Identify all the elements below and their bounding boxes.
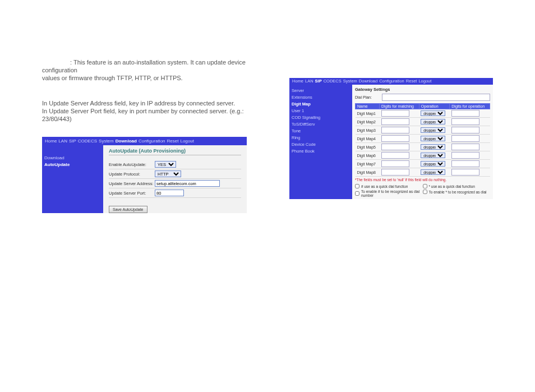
dm-match-input[interactable]: [381, 110, 409, 117]
dialplan-label: Dial Plan:: [355, 95, 382, 99]
nav-item-lan[interactable]: LAN: [305, 79, 313, 84]
dm-match-input[interactable]: [381, 118, 409, 125]
dm-name: Digit Map7: [356, 160, 380, 168]
gateway-title: Gateway Settings: [355, 87, 490, 92]
dm-match-input[interactable]: [381, 152, 409, 159]
sidebar-item-server[interactable]: Server: [292, 88, 350, 93]
dm-name: Digit Map1: [356, 109, 380, 118]
nav-item-reset[interactable]: Reset: [406, 79, 417, 84]
nav-item-download[interactable]: Download: [359, 79, 377, 84]
enable-select[interactable]: YESNO: [155, 161, 176, 168]
dm-name: Digit Map8: [356, 168, 380, 177]
nav-item-home[interactable]: Home: [45, 139, 57, 144]
nav-item-configuration[interactable]: Configuration: [139, 139, 165, 144]
dm-opdigits-input[interactable]: [451, 118, 479, 125]
dm-op-select[interactable]: droppedadded: [421, 169, 445, 175]
check-4[interactable]: To enable * to be recognized as dial: [423, 190, 491, 194]
nav-item-sip[interactable]: SIP: [69, 139, 76, 144]
right-sidebar: ServerExtensionsDigit MapUser 1COD Signa…: [289, 85, 352, 199]
sidebar-item-download[interactable]: Download: [44, 155, 100, 160]
dm-match-input[interactable]: [381, 160, 409, 167]
table-row: Digit Map1droppedadded: [356, 109, 490, 118]
intro-p3: In Update Server Port field, key in port…: [42, 108, 250, 123]
dm-op-select[interactable]: droppedadded: [421, 153, 445, 158]
dm-opdigits-input[interactable]: [451, 152, 479, 159]
th-op: Operation: [419, 104, 449, 109]
nav-item-home[interactable]: Home: [292, 79, 303, 84]
sidebar-item-phone-book[interactable]: Phone Book: [292, 149, 350, 154]
autoupdate-title: AutoUpdate (Auto Provisioning): [109, 148, 241, 155]
dialplan-input[interactable]: [382, 94, 490, 101]
sidebar-item-cod-signalling[interactable]: COD Signalling: [292, 115, 350, 120]
nav-item-lan[interactable]: LAN: [58, 139, 67, 144]
checks-row: # use as a quick dial function To enable…: [355, 184, 490, 199]
right-content: Gateway Settings Dial Plan: Name Digits …: [352, 85, 493, 199]
addr-label: Update Server Address:: [109, 181, 155, 186]
dm-op-select[interactable]: droppedadded: [421, 144, 445, 150]
left-navbar: HomeLANSIPCODECSSystemDownloadConfigurat…: [42, 137, 247, 145]
dm-opdigits-input[interactable]: [451, 127, 479, 133]
dm-op-select[interactable]: droppedadded: [421, 136, 445, 141]
dm-match-input[interactable]: [381, 135, 409, 142]
sidebar-item-tos-diffserv[interactable]: ToS/DiffServ: [292, 122, 350, 127]
nav-item-sip[interactable]: SIP: [315, 79, 322, 84]
nav-item-codecs[interactable]: CODECS: [324, 79, 342, 84]
dm-op-select[interactable]: droppedadded: [421, 127, 445, 133]
sidebar-item-autoupdate[interactable]: AutoUpdate: [44, 162, 100, 167]
dm-opdigits-input[interactable]: [451, 110, 479, 117]
dm-name: Digit Map3: [356, 126, 380, 135]
table-row: Digit Map3droppedadded: [356, 126, 490, 135]
nav-item-download[interactable]: Download: [116, 139, 137, 144]
dm-name: Digit Map4: [356, 135, 380, 143]
right-navbar: HomeLANSIPCODECSSystemDownloadConfigurat…: [289, 78, 493, 85]
protocol-select[interactable]: HTTPHTTPSTFTP: [155, 170, 181, 177]
nav-item-system[interactable]: System: [99, 139, 114, 144]
addr-input[interactable]: [155, 180, 220, 187]
enable-label: Enable AutoUpdate:: [109, 162, 155, 167]
intro-p2: In Update Server Address field, key in I…: [42, 100, 250, 108]
nav-item-configuration[interactable]: Configuration: [379, 79, 404, 84]
check-2[interactable]: * use as a quick dial function: [423, 184, 491, 188]
dm-match-input[interactable]: [381, 144, 409, 150]
table-row: Digit Map7droppedadded: [356, 160, 490, 168]
intro-p1a: : This feature is an auto-installation s…: [42, 59, 246, 73]
sidebar-item-extensions[interactable]: Extensions: [292, 95, 350, 100]
dm-name: Digit Map5: [356, 143, 380, 151]
left-sidebar: DownloadAutoUpdate: [42, 145, 103, 213]
intro-text: : This feature is an auto-installation s…: [42, 59, 250, 123]
dm-match-input[interactable]: [381, 127, 409, 133]
dm-match-input[interactable]: [381, 169, 409, 176]
nav-item-logout[interactable]: Logout: [180, 139, 193, 144]
table-row: Digit Map4droppedadded: [356, 135, 490, 143]
sidebar-item-user-1[interactable]: User 1: [292, 108, 350, 113]
th-match: Digits for matching: [380, 104, 419, 109]
dm-opdigits-input[interactable]: [451, 135, 479, 142]
port-input[interactable]: [155, 190, 184, 196]
sidebar-item-ring[interactable]: Ring: [292, 135, 350, 140]
intro-p1b: values or firmware through TFTP, HTTP, o…: [42, 75, 183, 81]
digitmap-panel: HomeLANSIPCODECSSystemDownloadConfigurat…: [289, 78, 493, 199]
sidebar-item-digit-map[interactable]: Digit Map: [292, 102, 350, 107]
dm-name: Digit Map2: [356, 118, 380, 126]
nav-item-reset[interactable]: Reset: [167, 139, 179, 144]
dm-op-select[interactable]: droppedadded: [421, 110, 445, 116]
save-autoupdate-button[interactable]: Save AutoUpdate: [109, 206, 147, 213]
sidebar-item-device-code[interactable]: Device Code: [292, 142, 350, 147]
port-label: Update Server Port:: [109, 191, 155, 196]
check-3[interactable]: To enable # to be recognized as dial num…: [355, 190, 423, 197]
dm-op-select[interactable]: droppedadded: [421, 161, 445, 167]
table-row: Digit Map5droppedadded: [356, 143, 490, 151]
left-content: AutoUpdate (Auto Provisioning) Enable Au…: [103, 145, 247, 213]
dm-op-select[interactable]: droppedadded: [421, 119, 445, 124]
dm-opdigits-input[interactable]: [451, 169, 479, 176]
nav-item-logout[interactable]: Logout: [418, 79, 431, 84]
protocol-label: Update Protocol:: [109, 172, 155, 177]
check-1[interactable]: # use as a quick dial function: [355, 184, 423, 188]
sidebar-item-tone[interactable]: Tone: [292, 128, 350, 133]
nav-item-system[interactable]: System: [343, 79, 357, 84]
dm-opdigits-input[interactable]: [451, 160, 479, 167]
nav-item-codecs[interactable]: CODECS: [78, 139, 97, 144]
digitmap-note: *The fields must be set to 'null' if thi…: [355, 178, 490, 182]
digitmap-table: Name Digits for matching Operation Digit…: [355, 103, 490, 177]
dm-opdigits-input[interactable]: [451, 144, 479, 150]
